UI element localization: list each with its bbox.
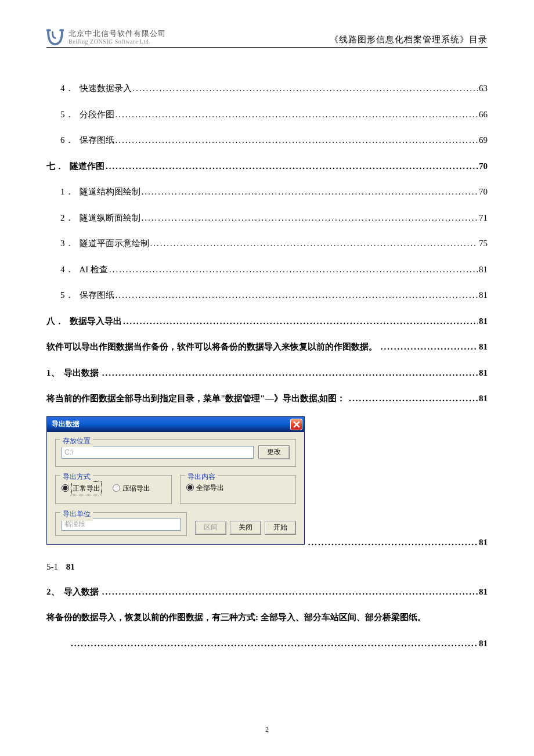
toc-subitem[interactable]: 2、 导入数据 81	[46, 584, 488, 600]
toc-entry-page: 81	[479, 261, 488, 278]
radio-compress-label: 压缩导出	[122, 482, 150, 495]
toc-leader-dots	[102, 584, 478, 600]
toc-entry-num: 1．	[60, 183, 74, 200]
toc-leader-dots	[133, 80, 478, 97]
toc-section[interactable]: 八． 数据导入导出 81	[46, 313, 488, 330]
start-button[interactable]: 开始	[265, 521, 296, 535]
page-header: 北京中北信号软件有限公司 BeiJing ZONSIG Software Ltd…	[46, 29, 488, 48]
location-input[interactable]	[62, 446, 254, 459]
toc-entry-page: 63	[479, 80, 488, 97]
toc-leader-dots	[142, 183, 478, 200]
page-number: 2	[0, 725, 534, 734]
toc-entry[interactable]: 3． 隧道平面示意绘制 75	[46, 235, 488, 252]
toc-entry-num: 4．	[60, 261, 74, 278]
company-logo-icon	[46, 29, 64, 45]
close-icon[interactable]	[290, 419, 302, 430]
toc-description-text: 将备份的数据导入，恢复以前的作图数据，有三种方式: 全部导入、部分车站区间、部分…	[46, 609, 426, 626]
toc-leader-dots	[142, 210, 478, 226]
toc-leader-dots	[381, 339, 478, 355]
radio-all[interactable]	[186, 484, 194, 491]
toc-entry-num: 八．	[46, 313, 64, 330]
toc-leader-dots	[109, 261, 478, 278]
toc-entry[interactable]: 2． 隧道纵断面绘制 71	[46, 210, 488, 226]
toc-leader-dots	[123, 313, 478, 330]
toc-leader-dots	[106, 158, 478, 175]
toc-entry-num: 3．	[60, 235, 74, 252]
toc-entry-page: 71	[479, 210, 488, 226]
toc-entry[interactable]: 4． AI 检查 81	[46, 261, 488, 278]
toc-entry-title: AI 检查	[80, 261, 109, 278]
dialog-button-row: 区间 关闭 开始	[195, 521, 296, 536]
toc-subitem-page: 81	[479, 584, 488, 600]
toc-entry-num: 2．	[60, 210, 74, 226]
location-legend: 存放位置	[60, 434, 93, 448]
close-button[interactable]: 关闭	[230, 521, 261, 535]
toc-entry-title: 分段作图	[80, 106, 114, 123]
radio-normal[interactable]	[62, 484, 69, 492]
toc-entry-num: 5．	[60, 287, 74, 304]
document-title: 《线路图形信息化档案管理系统》目录	[330, 34, 488, 45]
toc-entry-page: 70	[479, 183, 488, 200]
toc-entry-title: 隧道结构图绘制	[80, 183, 140, 200]
toc-entry-page: 70	[479, 158, 488, 175]
toc-entry-title: 快速数据录入	[80, 80, 132, 97]
change-button[interactable]: 更改	[258, 445, 290, 459]
toc-description-text: 将当前的作图数据全部导出到指定目录，菜单"数据管理"—》导出数据,如图：	[46, 390, 345, 407]
export-method-compress-radio[interactable]: 压缩导出	[113, 482, 150, 495]
toc-leader-dots	[150, 235, 478, 252]
toc-entry-page: 66	[479, 106, 488, 123]
toc-leader-dots	[308, 534, 478, 551]
company-name-en: BeiJing ZONSIG Software Ltd.	[68, 38, 166, 45]
radio-compress[interactable]	[113, 484, 120, 492]
toc-subitem[interactable]: 1、 导出数据 81	[46, 365, 488, 381]
toc-entry-title: 隧道纵断面绘制	[80, 210, 140, 226]
toc-description-text: 软件可以导出作图数据当作备份，软件可以将备份的数据导入来恢复以前的作图数据。	[46, 339, 377, 355]
export-dialog: 导出数据 存放位置 更改 导出方式	[46, 416, 305, 545]
export-dialog-screenshot: 导出数据 存放位置 更改 导出方式	[46, 416, 305, 545]
toc-entry[interactable]: 6． 保存图纸 69	[46, 132, 488, 149]
toc-entry-page: 81	[479, 287, 488, 304]
toc-entry-num: 5．	[60, 106, 74, 123]
toc-entry-num: 4．	[60, 80, 74, 97]
figure-label: 5-1 81	[46, 559, 488, 575]
company-name-cn: 北京中北信号软件有限公司	[68, 30, 166, 38]
export-method-legend: 导出方式	[60, 470, 93, 484]
dialog-body: 存放位置 更改 导出方式 正常导出	[47, 432, 304, 544]
toc-continuation-page: 81	[479, 534, 488, 551]
export-unit-legend: 导出单位	[60, 507, 93, 521]
toc-entry[interactable]: 1． 隧道结构图绘制 70	[46, 183, 488, 200]
table-of-contents: 4． 快速数据录入 63 5． 分段作图 66 6． 保存图纸 69 七． 隧道…	[46, 80, 488, 651]
toc-continuation: 81	[46, 534, 488, 551]
toc-leader-dots	[349, 390, 478, 407]
toc-entry-title: 隧道平面示意绘制	[80, 235, 149, 252]
toc-entry-num: 七．	[46, 158, 64, 175]
toc-entry-title: 保存图纸	[80, 287, 114, 304]
export-content-legend: 导出内容	[185, 470, 218, 484]
toc-entry[interactable]: 5． 保存图纸 81	[46, 287, 488, 304]
toc-description: 软件可以导出作图数据当作备份，软件可以将备份的数据导入来恢复以前的作图数据。 8…	[46, 339, 488, 355]
export-content-fieldset: 导出内容 全部导出	[180, 475, 297, 505]
company-name-block: 北京中北信号软件有限公司 BeiJing ZONSIG Software Ltd…	[68, 30, 166, 45]
toc-leader-dots	[102, 365, 478, 381]
figure-number: 5-1	[46, 562, 58, 571]
toc-entry[interactable]: 5． 分段作图 66	[46, 106, 488, 123]
toc-entry[interactable]: 4． 快速数据录入 63	[46, 80, 488, 97]
location-fieldset: 存放位置 更改	[55, 439, 296, 467]
toc-leader-dots	[116, 132, 478, 149]
toc-leader-dots	[116, 287, 478, 304]
toc-continuation: 81	[46, 635, 488, 652]
toc-description: 将当前的作图数据全部导出到指定目录，菜单"数据管理"—》导出数据,如图： 81	[46, 390, 488, 407]
toc-entry-title: 隧道作图	[70, 158, 104, 175]
toc-entry-page: 81	[479, 313, 488, 330]
toc-subitem-title: 导入数据	[64, 584, 99, 600]
toc-description-page: 81	[479, 339, 488, 355]
dialog-titlebar[interactable]: 导出数据	[47, 417, 304, 432]
toc-continuation-page: 81	[479, 635, 488, 652]
dialog-title: 导出数据	[52, 417, 80, 431]
toc-leader-dots	[116, 106, 478, 123]
toc-leader-dots	[71, 635, 478, 652]
toc-section[interactable]: 七． 隧道作图 70	[46, 158, 488, 175]
toc-entry-title: 保存图纸	[80, 132, 114, 149]
logo-area: 北京中北信号软件有限公司 BeiJing ZONSIG Software Ltd…	[46, 29, 166, 45]
export-unit-fieldset: 导出单位	[55, 512, 187, 536]
